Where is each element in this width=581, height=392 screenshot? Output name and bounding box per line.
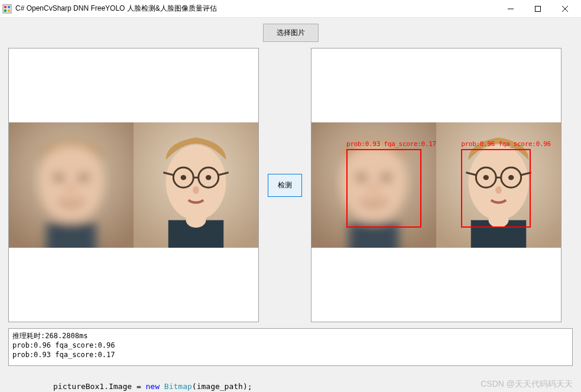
svg-point-24 (193, 186, 199, 194)
output-image: prob:0.93 fqa_score:0.17 prob:0.96 fqa_s… (311, 122, 561, 248)
middle-row: 检测 (8, 48, 573, 322)
output-line-time: 推理耗时:268.2808ms (12, 332, 87, 340)
client-area: 选择图片 (0, 18, 581, 392)
window-title: C# OpenCvSharp DNN FreeYOLO 人脸检测&人脸图像质量评… (15, 4, 497, 14)
svg-rect-2 (8, 6, 10, 8)
detect-button[interactable]: 检测 (268, 174, 302, 197)
svg-point-12 (79, 174, 89, 182)
svg-rect-1 (4, 6, 7, 8)
svg-point-11 (54, 174, 64, 182)
output-face-right (436, 122, 561, 248)
svg-point-26 (186, 213, 206, 228)
minimize-button[interactable] (497, 1, 524, 17)
output-line-3: prob:0.93 fqa_score:0.17 (12, 351, 115, 359)
topbar: 选择图片 (8, 21, 573, 47)
center-button-wrap: 检测 (267, 174, 303, 197)
output-textbox[interactable]: 推理耗时:268.2808ms prob:0.96 fqa_score:0.96… (8, 328, 573, 366)
svg-rect-4 (8, 9, 10, 12)
svg-point-42 (495, 186, 502, 194)
svg-point-10 (38, 142, 103, 223)
close-button[interactable] (551, 1, 579, 17)
svg-point-23 (206, 175, 211, 180)
svg-rect-14 (46, 223, 96, 248)
titlebar: C# OpenCvSharp DNN FreeYOLO 人脸检测&人脸图像质量评… (0, 0, 581, 18)
svg-point-41 (508, 175, 514, 180)
choose-image-button[interactable]: 选择图片 (263, 24, 319, 42)
svg-point-28 (341, 142, 406, 223)
input-image-panel (8, 48, 259, 322)
input-face-right (134, 122, 258, 248)
output-face-left (311, 122, 436, 248)
svg-point-22 (181, 175, 186, 180)
input-face-left (9, 122, 134, 248)
svg-point-44 (489, 213, 509, 228)
svg-point-31 (370, 185, 378, 195)
svg-point-30 (381, 174, 391, 182)
maximize-button[interactable] (524, 1, 551, 17)
svg-point-40 (483, 175, 489, 180)
svg-rect-3 (4, 9, 7, 12)
app-icon (2, 4, 12, 14)
svg-point-13 (67, 185, 75, 195)
output-line-2: prob:0.96 fqa_score:0.96 (12, 341, 115, 349)
window-controls (497, 1, 579, 17)
output-image-panel: prob:0.93 fqa_score:0.17 prob:0.96 fqa_s… (311, 48, 561, 322)
svg-rect-32 (349, 223, 399, 248)
svg-point-29 (356, 174, 366, 182)
input-image (9, 122, 258, 248)
svg-rect-6 (535, 6, 541, 11)
